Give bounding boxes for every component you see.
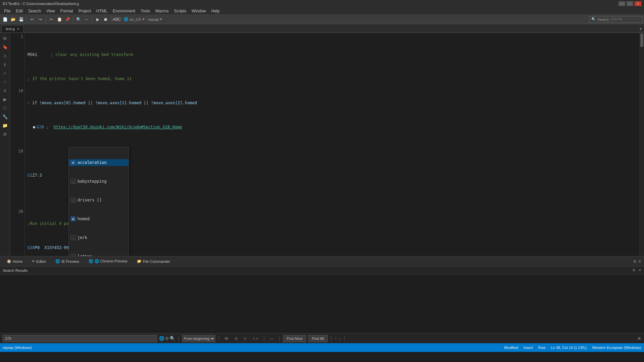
panel-close-icon[interactable]: ✕ xyxy=(638,259,641,264)
menu-environment[interactable]: Environment xyxy=(110,8,138,14)
spell-check[interactable]: ABC xyxy=(113,16,120,23)
search-results-content xyxy=(0,275,644,334)
find-close-icon[interactable]: ✕ xyxy=(637,336,641,341)
menu-help[interactable]: Help xyxy=(209,8,222,14)
find-from-select[interactable]: From beginning xyxy=(182,335,215,342)
find-sep5 xyxy=(331,336,331,341)
cut-button[interactable]: ✂ xyxy=(48,16,55,23)
sidebar-run-icon[interactable]: ▶ xyxy=(1,95,9,103)
search-results-settings[interactable]: ⚙ xyxy=(632,268,636,273)
save-button[interactable]: 💾 xyxy=(17,16,25,23)
sidebar-info-icon[interactable]: ℹ xyxy=(1,60,9,68)
open-button[interactable]: 📂 xyxy=(9,16,17,23)
ac-item-letter[interactable]: □ letter xyxy=(69,253,128,256)
menu-macros[interactable]: Macros xyxy=(153,8,171,14)
left-sidebar: ⊞ 🔖 ⚠ ℹ ✓ ⑂ A ▶ ⬡ 🔧 📁 ⚙ xyxy=(0,33,10,256)
paste-button[interactable]: 📌 xyxy=(64,16,71,23)
reprap-selector[interactable]: reprap▾ xyxy=(148,17,162,21)
menu-tools[interactable]: Tools xyxy=(138,8,153,14)
find-input[interactable] xyxy=(3,335,157,342)
window-controls: — □ ✕ xyxy=(619,1,641,6)
ac-item-drivers[interactable]: □ drivers [] xyxy=(69,197,128,203)
find-down-icon[interactable]: ↓ xyxy=(339,336,341,341)
menu-scripts[interactable]: Scripts xyxy=(171,8,189,14)
find-opt-arrows[interactable]: < > xyxy=(251,336,261,342)
tab-editor[interactable]: ✏ Editor xyxy=(28,258,50,265)
menu-bar: File Edit Search View Format Project HTM… xyxy=(0,7,644,15)
code-line-3: ▽ if !move.axes[0].homed || !move.axes[1… xyxy=(28,100,639,106)
find-next-button[interactable]: Find Next xyxy=(283,335,306,342)
sidebar-fold-icon[interactable]: ⊞ xyxy=(1,34,9,42)
menu-format[interactable]: Format xyxy=(58,8,76,14)
menu-html[interactable]: HTML xyxy=(94,8,110,14)
sidebar-tools-icon[interactable]: 🔧 xyxy=(1,113,9,121)
stop-button[interactable]: ⏹ xyxy=(102,16,109,23)
sidebar-error-icon[interactable]: ⚠ xyxy=(1,52,9,60)
code-content[interactable]: M561 ; clear any existing bed transform … xyxy=(25,33,639,256)
find-opt-w[interactable]: W xyxy=(222,336,230,342)
sidebar-explore-icon[interactable]: 📁 xyxy=(1,121,9,129)
search-toolbar[interactable]: 🔍 Search (Ctrl+H) xyxy=(589,16,643,23)
ac-item-acceleration[interactable]: ■ acceleration xyxy=(69,159,128,166)
ac-item-babystepping[interactable]: □ babystepping xyxy=(69,178,128,185)
search-icon: 🔍 xyxy=(591,17,596,21)
find-sep1 xyxy=(178,336,179,341)
tab-chrome-preview[interactable]: 🌐 🌐 Chrome Preview xyxy=(85,258,131,265)
copy-button[interactable]: 📋 xyxy=(56,16,63,23)
minimize-button[interactable]: — xyxy=(619,1,625,6)
menu-project[interactable]: Project xyxy=(76,8,94,14)
sidebar-spell-icon[interactable]: A xyxy=(1,86,9,95)
menu-view[interactable]: View xyxy=(44,8,58,14)
toolbar-sep6 xyxy=(146,16,147,22)
sidebar-todo-icon[interactable]: ✓ xyxy=(1,69,9,77)
panel-settings-icon[interactable]: ⚙ xyxy=(633,259,637,264)
tab-home[interactable]: 🏠 Home xyxy=(3,258,26,265)
tab-close-icon[interactable]: ✕ xyxy=(17,27,19,31)
status-modified: Modified xyxy=(504,346,518,350)
replace-button[interactable]: ↔ xyxy=(83,16,90,23)
ac-item-jerk[interactable]: □ jerk xyxy=(69,234,128,241)
chrome-icon: 🌐 xyxy=(89,259,93,263)
find-gear-icon[interactable]: ⚙ xyxy=(165,336,169,341)
tab-scroll-right[interactable]: ▾ xyxy=(637,25,644,33)
menu-search[interactable]: Search xyxy=(25,8,44,14)
find-sep4 xyxy=(279,336,280,341)
find-opt-dash[interactable]: — xyxy=(268,336,276,342)
redo-button[interactable]: ↪ xyxy=(37,16,44,23)
sidebar-debug-icon[interactable]: ⬡ xyxy=(1,104,9,112)
menu-file[interactable]: File xyxy=(1,8,13,14)
sidebar-bookmark-icon[interactable]: 🔖 xyxy=(1,43,9,51)
menu-window[interactable]: Window xyxy=(189,8,209,14)
run-button[interactable]: ▶ xyxy=(94,16,101,23)
undo-button[interactable]: ↩ xyxy=(29,16,36,23)
language-selector[interactable]: 🌐en_US▾ xyxy=(124,17,145,21)
fold-icon-3[interactable]: ▽ xyxy=(28,100,32,106)
editor-tab-test-g[interactable]: test.g ✕ xyxy=(1,25,24,33)
editor-area[interactable]: 1 10 20 xyxy=(10,33,644,256)
find-globe-icon[interactable]: 🌐 xyxy=(159,336,164,341)
scrollbar-thumb[interactable] xyxy=(640,34,643,47)
find-all-button[interactable]: Find All xyxy=(308,335,328,342)
find-opt-s[interactable]: S xyxy=(232,336,239,342)
sidebar-settings-icon[interactable]: ⚙ xyxy=(1,130,9,138)
bottom-panel-tabs: 🏠 Home ✏ Editor 🌐 IE Preview 🌐 🌐 Chrome … xyxy=(0,256,644,266)
ac-icon-acceleration: ■ xyxy=(71,160,75,165)
autocomplete-dropdown[interactable]: ■ acceleration □ babystepping □ drivers … xyxy=(68,147,129,256)
search-results-close[interactable]: ✕ xyxy=(638,268,641,273)
find-opt-regex[interactable]: // xyxy=(242,336,249,342)
maximize-button[interactable]: □ xyxy=(627,1,633,6)
status-position: Ln 38, Col 14 (1 CRL) xyxy=(551,346,587,350)
find-up-icon[interactable]: ↑ xyxy=(335,336,337,341)
ac-label-babystepping: babystepping xyxy=(77,178,107,184)
status-row: Row xyxy=(538,346,545,350)
tab-file-commander[interactable]: 📁 File Commander xyxy=(133,258,174,265)
find-search-icon[interactable]: 🔍 xyxy=(170,336,175,341)
menu-edit[interactable]: Edit xyxy=(13,8,25,14)
sidebar-git-icon[interactable]: ⑂ xyxy=(1,78,9,86)
vertical-scrollbar[interactable] xyxy=(639,33,644,256)
find-button[interactable]: 🔍 xyxy=(75,16,82,23)
close-button[interactable]: ✕ xyxy=(635,1,641,6)
new-button[interactable]: 📄 xyxy=(1,16,9,23)
ac-item-homed[interactable]: ■ homed xyxy=(69,216,128,222)
tab-ie-preview[interactable]: 🌐 IE Preview xyxy=(51,258,83,265)
